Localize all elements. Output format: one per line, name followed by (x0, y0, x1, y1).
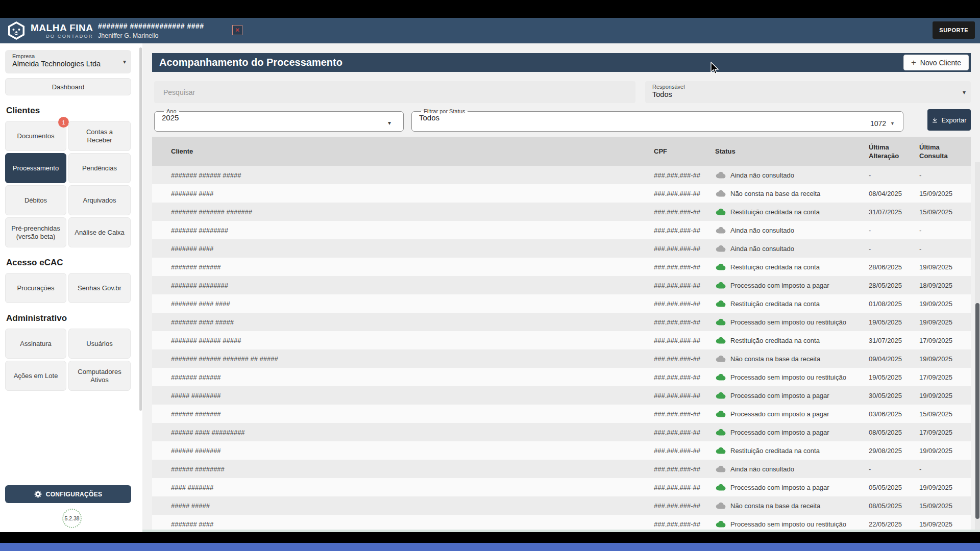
last-query-cell: 15/09/2025 (919, 502, 971, 510)
sidebar-item-analise-de-caixa[interactable]: Análise de Caixa (68, 217, 131, 247)
export-label: Exportar (941, 116, 966, 124)
cpf-cell: ###.###.###-## (654, 484, 715, 491)
table-row[interactable]: ###### ######## ###.###.###-## Ainda não… (152, 460, 971, 478)
client-name-cell: ##### ######## (152, 392, 654, 399)
table-row[interactable]: ####### ####### ####### ###.###.###-## R… (152, 203, 971, 221)
status-cell: Restituição creditada na conta (715, 337, 869, 344)
export-button[interactable]: Exportar (927, 109, 971, 131)
cpf-cell: ###.###.###-## (654, 373, 715, 381)
status-text: Ainda não consultado (730, 171, 794, 179)
table-row[interactable]: ####### ######## ###.###.###-## Processa… (152, 276, 971, 294)
year-select-value: 2025 (162, 113, 396, 122)
search-input[interactable] (154, 81, 635, 103)
last-query-cell: 19/09/2025 (919, 392, 971, 399)
table-row[interactable]: ####### #### ###.###.###-## Ainda não co… (152, 239, 971, 258)
status-cell: Processado com imposto a pagar (715, 282, 869, 289)
sidebar-item-documentos[interactable]: Documentos 1 (5, 121, 66, 151)
status-filter-select[interactable]: Filtrar por Status Todos 1072 ▼ (411, 108, 903, 132)
table-row[interactable]: ####### ###### ####### ## ##### ###.###.… (152, 349, 971, 368)
table-row[interactable]: ####### ###### ###.###.###-## Restituiçã… (152, 258, 971, 276)
status-cloud-icon (715, 263, 726, 270)
year-select[interactable]: Ano 2025 ▾ (154, 108, 404, 132)
sidebar-item-label: Arquivados (83, 196, 116, 204)
responsavel-select[interactable]: Responsável Todos ▾ (645, 81, 971, 103)
sidebar-item-label: Débitos (24, 196, 47, 204)
table-row[interactable]: #### ####### ###.###.###-## Processado c… (152, 478, 971, 496)
sidebar-item-arquivados[interactable]: Arquivados (68, 185, 131, 215)
last-update-cell: 28/06/2025 (869, 263, 919, 271)
cpf-cell: ###.###.###-## (654, 337, 715, 344)
sidebar-scrollbar[interactable] (139, 47, 142, 411)
column-header-ultima-alteracao: Última Alteração (869, 143, 919, 160)
status-cell: Restituição creditada na conta (715, 447, 869, 455)
result-count-dropdown[interactable]: 1072 ▼ (870, 119, 895, 128)
sidebar-item-label: Usuários (86, 340, 112, 347)
last-query-cell: 19/09/2025 (919, 263, 971, 271)
table-row[interactable]: ####### ###### ##### ###.###.###-## Rest… (152, 331, 971, 349)
sidebar-item-dashboard[interactable]: Dashboard (5, 78, 131, 95)
column-header-status: Status (715, 147, 869, 156)
last-query-cell: 19/09/2025 (919, 318, 971, 326)
table-row[interactable]: ##### ##### ###.###.###-## Não consta na… (152, 496, 971, 515)
close-icon[interactable]: ✕ (232, 25, 242, 35)
main-scrollbar-thumb[interactable] (975, 303, 979, 519)
sidebar-item-label: Pendências (82, 164, 117, 172)
status-cloud-icon (715, 318, 726, 325)
sidebar-item-acoes-em-lote[interactable]: Ações em Lote (5, 361, 66, 391)
sidebar-item-label: Ações em Lote (14, 372, 58, 380)
last-query-cell: - (919, 465, 971, 473)
sidebar-item-label: Análise de Caixa (75, 229, 125, 236)
status-cloud-icon (715, 410, 726, 417)
table-row[interactable]: ####### ######## ###.###.###-## Ainda nã… (152, 221, 971, 239)
sidebar-item-procuracoes[interactable]: Procurações (5, 273, 66, 303)
last-update-cell: 09/04/2025 (869, 355, 919, 363)
sidebar-item-senhas-gov-br[interactable]: Senhas Gov.br (68, 273, 131, 303)
table-row[interactable]: ####### #### ##### ###.###.###-## Proces… (152, 313, 971, 331)
client-name-cell: ####### ######## (152, 227, 654, 234)
table-row[interactable]: ###### #### ######### ###.###.###-## Pro… (152, 423, 971, 441)
status-cloud-icon (715, 520, 726, 528)
last-query-cell: 18/09/2025 (919, 282, 971, 289)
sidebar-item-assinatura[interactable]: Assinatura (5, 329, 66, 359)
status-cell: Restituição creditada na conta (715, 300, 869, 308)
main-scrollbar[interactable] (975, 162, 980, 532)
status-cell: Restituição creditada na conta (715, 208, 869, 216)
cpf-cell: ###.###.###-## (654, 171, 715, 179)
sidebar-item-computadores-ativos[interactable]: Computadores Ativos (68, 361, 131, 391)
last-update-cell: 01/08/2025 (869, 300, 919, 308)
sidebar-item-label: Senhas Gov.br (78, 284, 121, 292)
page-header-bar: Acompanhamento do Processamento + Novo C… (152, 53, 971, 72)
status-cell: Restituição creditada na conta (715, 263, 869, 271)
sidebar-item-debitos[interactable]: Débitos (5, 185, 66, 215)
support-button[interactable]: SUPORTE (933, 21, 975, 39)
last-update-cell: 22/05/2025 (869, 520, 919, 528)
bottom-blue-bar (0, 543, 980, 551)
status-text: Ainda não consultado (730, 227, 794, 234)
table-row[interactable]: ##### ######## ###.###.###-## Processado… (152, 386, 971, 405)
cpf-cell: ###.###.###-## (654, 190, 715, 197)
client-name-cell: ###### ####### (152, 410, 654, 418)
last-update-cell: 08/05/2025 (869, 429, 919, 436)
responsavel-label: Responsável (652, 84, 955, 90)
sidebar-item-processamento[interactable]: Processamento (5, 153, 66, 183)
new-client-button[interactable]: + Novo Cliente (903, 55, 969, 70)
settings-button[interactable]: CONFIGURAÇÕES (5, 485, 131, 503)
table-row[interactable]: ####### #### ###.###.###-## Não consta n… (152, 184, 971, 203)
status-cell: Processado com imposto a pagar (715, 484, 869, 491)
status-cell: Processado sem imposto ou restituição (715, 520, 869, 528)
last-query-cell: 19/09/2025 (919, 484, 971, 491)
sidebar-item-contas-a-receber[interactable]: Contas a Receber (68, 121, 131, 151)
table-row[interactable]: ####### ###### ###.###.###-## Processado… (152, 368, 971, 386)
table-row[interactable]: ####### #### #### ###.###.###-## Restitu… (152, 294, 971, 313)
sidebar-item-usuarios[interactable]: Usuários (68, 329, 131, 359)
top-navbar: MALHA FINA DO CONTADOR ####### #########… (0, 18, 980, 43)
table-row[interactable]: ####### ###### ##### ###.###.###-## Aind… (152, 166, 971, 184)
sidebar-item-pendencias[interactable]: Pendências (68, 153, 131, 183)
last-update-cell: 28/05/2025 (869, 282, 919, 289)
sidebar-item-pre-preenchidas-versao-beta[interactable]: Pré-preenchidas (versão beta) (5, 217, 66, 247)
last-query-cell: 15/09/2025 (919, 520, 971, 528)
company-select[interactable]: Empresa Almeida Technologies Ltda ▾ (5, 50, 131, 73)
table-row[interactable]: ###### ####### ###.###.###-## Restituiçã… (152, 441, 971, 460)
status-text: Processado com imposto a pagar (730, 484, 829, 491)
table-row[interactable]: ###### ####### ###.###.###-## Processado… (152, 405, 971, 423)
